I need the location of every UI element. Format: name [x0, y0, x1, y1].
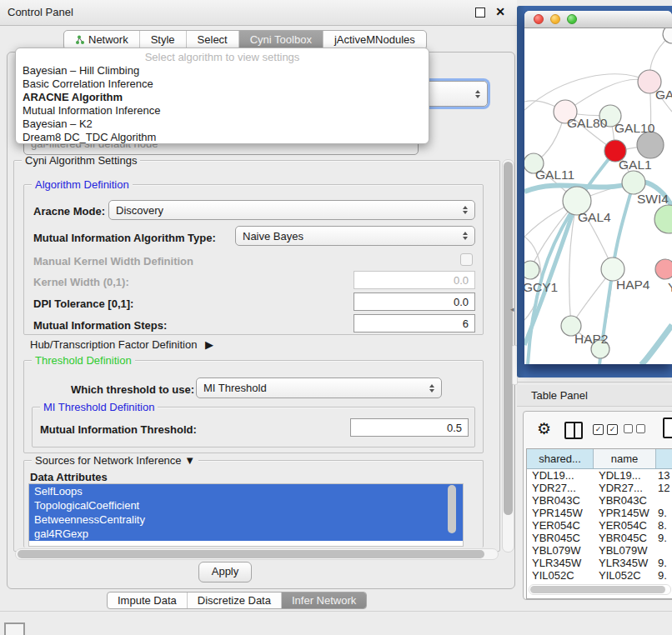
- node-green-large[interactable]: [654, 205, 672, 233]
- column-header-clipped[interactable]: [656, 449, 672, 468]
- cell: YPR145W: [527, 507, 594, 519]
- node-swi4[interactable]: [622, 171, 645, 194]
- panel-title: Control Panel: [8, 6, 73, 18]
- float-panel-icon[interactable]: [4, 622, 25, 635]
- dropdown-option[interactable]: Basic Correlation Inference: [16, 78, 429, 91]
- settings-horizontal-scrollbar[interactable]: [15, 548, 499, 560]
- deselect-all-columns-icon[interactable]: [624, 424, 645, 433]
- column-header-name[interactable]: name: [594, 449, 656, 468]
- spinner-arrows-icon: [458, 206, 468, 214]
- list-item[interactable]: gal4RGexp: [29, 527, 463, 541]
- cell: YER054C: [594, 519, 656, 532]
- table-row[interactable]: YBR043C YBR043C: [527, 494, 672, 507]
- mi-steps-field[interactable]: 6: [354, 314, 475, 332]
- network-graph[interactable]: GAL GAL80 GAL10 GAL1 GAL11 SWI4 GAL4 GCY…: [524, 28, 672, 364]
- table-panel-title: Table Panel: [531, 389, 588, 402]
- table-toolbar: ⚙ ✓ ✓: [524, 412, 672, 448]
- tab-jactivemnodules[interactable]: jActiveMNodules: [323, 31, 426, 49]
- network-window-titlebar: [524, 11, 672, 28]
- table-row[interactable]: YIL052C YIL052C 9.: [527, 569, 672, 582]
- dropdown-placeholder: Select algorithm to view settings: [16, 50, 429, 64]
- network-window[interactable]: GAL GAL80 GAL10 GAL1 GAL11 SWI4 GAL4 GCY…: [524, 11, 672, 364]
- dropdown-option[interactable]: Bayesian – Hill Climbing: [16, 64, 429, 78]
- tab-label: jActiveMNodules: [334, 31, 415, 49]
- tab-impute-data[interactable]: Impute Data: [108, 592, 188, 608]
- kernel-width-label: Kernel Width (0,1):: [33, 276, 129, 288]
- table-horizontal-scrollbar[interactable]: [529, 584, 671, 595]
- table-row[interactable]: YBL079W YBL079W: [527, 544, 672, 557]
- tab-label: Select: [198, 31, 228, 49]
- node-label: GAL4: [578, 210, 611, 224]
- close-icon[interactable]: ✕: [495, 5, 505, 18]
- table-row[interactable]: YPR145W YPR145W 9.: [527, 507, 672, 519]
- aracne-mode-combobox[interactable]: Discovery: [108, 200, 475, 220]
- document-icon[interactable]: [663, 418, 672, 438]
- group-title: Cyni Algorithm Settings: [22, 154, 140, 167]
- tab-style[interactable]: Style: [140, 31, 187, 49]
- group-title: Sources for Network Inference ▼: [32, 454, 198, 467]
- node-gcy1[interactable]: [524, 261, 539, 279]
- tab-discretize-data[interactable]: Discretize Data: [188, 592, 282, 608]
- collapsed-arrow-icon: ▶: [205, 338, 213, 351]
- cell: [656, 544, 672, 557]
- tab-infer-network[interactable]: Infer Network: [282, 592, 366, 608]
- manual-kernel-width-label: Manual Kernel Width Definition: [33, 255, 193, 268]
- kernel-width-field[interactable]: 0.0: [354, 271, 475, 289]
- which-threshold-label: Which threshold to use:: [71, 383, 194, 396]
- tab-select[interactable]: Select: [187, 31, 239, 49]
- hub-section-toggle[interactable]: Hub/Transcription Factor Definition ▶: [30, 338, 213, 351]
- table-row[interactable]: YBR045C YBR045C 9.: [527, 532, 672, 544]
- split-columns-icon[interactable]: [564, 422, 583, 439]
- dropdown-option[interactable]: Mutual Information Inference: [16, 104, 429, 118]
- combobox-value: Naive Bayes: [243, 230, 303, 242]
- table-row[interactable]: YDR27... YDR27... 12: [527, 482, 672, 494]
- tab-label: Cyni Toolbox: [250, 31, 312, 49]
- expanded-arrow-icon[interactable]: ▼: [184, 454, 195, 467]
- zoom-traffic-light-icon[interactable]: [567, 14, 577, 24]
- table-row[interactable]: YDL19... YDL19... 13: [527, 469, 672, 482]
- apply-button[interactable]: Apply: [198, 562, 252, 582]
- dropdown-option-selected[interactable]: ARACNE Algorithm: [16, 91, 429, 104]
- node-label: Y: [668, 280, 672, 294]
- mi-algorithm-type-combobox[interactable]: Naive Bayes: [235, 226, 475, 246]
- table-row[interactable]: YER054C YER054C 8.: [527, 519, 672, 532]
- float-window-icon[interactable]: [475, 8, 485, 18]
- cell: [656, 494, 672, 507]
- list-item[interactable]: SelfLoops: [29, 484, 463, 498]
- dpi-tolerance-label: DPI Tolerance [0,1]:: [33, 298, 133, 310]
- gear-icon[interactable]: ⚙: [537, 419, 551, 438]
- list-item[interactable]: BetweennessCentrality: [29, 512, 463, 527]
- group-title: MI Threshold Definition: [40, 401, 158, 413]
- select-all-columns-icon[interactable]: ✓ ✓: [593, 424, 618, 435]
- field-value: 0.0: [454, 274, 469, 287]
- which-threshold-combobox[interactable]: MI Threshold: [196, 378, 442, 398]
- manual-kernel-width-checkbox[interactable]: [460, 253, 473, 266]
- hub-section-label: Hub/Transcription Factor Definition: [30, 338, 197, 351]
- tab-network[interactable]: Network: [64, 31, 140, 49]
- table-row[interactable]: YLR345W YLR345W 9.: [527, 557, 672, 569]
- combobox-value: MI Threshold: [203, 382, 267, 394]
- node-label: GAL: [655, 88, 672, 102]
- cell: 9.: [656, 557, 672, 569]
- cell: YLR345W: [527, 557, 594, 569]
- cell: YIL052C: [594, 569, 656, 582]
- node-label: GAL80: [567, 116, 608, 130]
- data-attributes-list: SelfLoops TopologicalCoefficient Between…: [28, 483, 464, 547]
- list-item[interactable]: TopologicalCoefficient: [29, 498, 463, 512]
- cell: YPR145W: [594, 507, 656, 519]
- tab-cyni-toolbox[interactable]: Cyni Toolbox: [239, 31, 323, 49]
- dpi-tolerance-field[interactable]: 0.0: [354, 292, 475, 311]
- cell: 12: [656, 482, 672, 494]
- list-scrollbar[interactable]: [447, 485, 457, 543]
- dropdown-option[interactable]: Bayesian – K2: [16, 118, 429, 131]
- mi-threshold-field[interactable]: 0.5: [350, 418, 469, 437]
- column-header-shared-name[interactable]: shared...: [527, 449, 594, 468]
- node-gray[interactable]: [637, 132, 664, 158]
- close-traffic-light-icon[interactable]: [534, 14, 544, 24]
- network-icon: [75, 35, 84, 45]
- minimize-traffic-light-icon[interactable]: [550, 14, 560, 24]
- dropdown-option[interactable]: Dream8 DC_TDC Algorithm: [16, 131, 429, 144]
- node-pink[interactable]: [655, 259, 672, 279]
- splitter-arrow-icon[interactable]: ◂: [510, 305, 514, 313]
- application-window: Control Panel ✕ Network Style Select Cyn…: [0, 0, 672, 635]
